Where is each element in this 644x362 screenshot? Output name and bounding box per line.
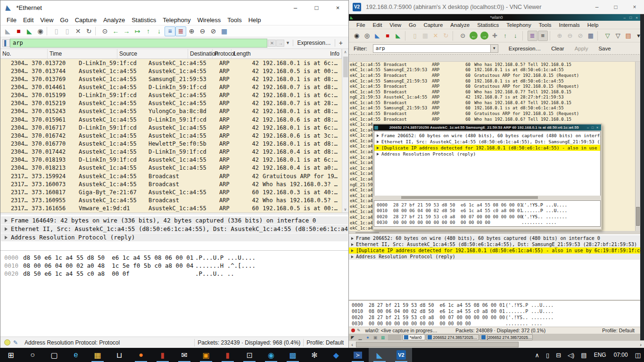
popup-detail-row[interactable]: Address Resolution Protocol (reply) bbox=[374, 151, 600, 157]
scroll-left-icon[interactable]: ‹ bbox=[349, 342, 355, 347]
close-button[interactable]: × bbox=[327, 0, 348, 15]
packet-row[interactable]: 2304…370.015199D-LinkIn_59:1f:cd Asustek… bbox=[0, 91, 342, 99]
toolbar-separator[interactable] bbox=[597, 31, 601, 41]
remote-wireshark-titlebar[interactable]: ◣ *wlan0 – □ × bbox=[349, 14, 644, 21]
remote-packet-row[interactable]: ngE_21:59:53AsustekC_1c:a4:55 ARP42 192.… bbox=[349, 94, 644, 100]
remote-filter-dropdown-icon[interactable]: ▼ bbox=[491, 44, 498, 53]
remote-taskbar-button[interactable]: *wlan0 bbox=[403, 334, 425, 340]
store-icon[interactable]: ⊔ bbox=[108, 348, 130, 362]
settings-icon[interactable]: ✻ bbox=[304, 348, 325, 362]
packet-row[interactable]: 2304…370.013720D-LinkIn_59:1f:cd Asustek… bbox=[0, 59, 342, 67]
popup-window-buttons[interactable]: – □ × bbox=[587, 126, 599, 129]
zoom-out-icon[interactable]: ⊖ bbox=[565, 31, 575, 41]
remote-taskbar-button[interactable]: 206652 274.38572025… bbox=[426, 334, 479, 340]
expand-arrow-icon[interactable] bbox=[351, 249, 354, 252]
remote-expression-button[interactable]: Expression… bbox=[509, 46, 541, 51]
open-file-icon[interactable]: ▯ bbox=[410, 31, 420, 41]
remote-packet-row[interactable]: ekC_1c:a4:55SamsungE_21:59:53 ARP60 192.… bbox=[349, 106, 644, 111]
remote-menu-item[interactable]: Edit bbox=[369, 22, 386, 28]
remote-taskbar-button[interactable]: [206652 274.38572025… bbox=[480, 334, 533, 340]
remote-edit-icon[interactable]: ✎ bbox=[357, 328, 361, 333]
capture-options-icon[interactable]: ◉ bbox=[35, 26, 46, 36]
screen-sketch-icon[interactable]: ⊡ bbox=[239, 348, 260, 362]
expression-button[interactable]: Expression… bbox=[293, 40, 334, 46]
toolbar-separator[interactable] bbox=[550, 31, 553, 41]
remote-expert-info-icon[interactable] bbox=[351, 329, 355, 332]
expand-arrow-icon[interactable] bbox=[5, 227, 8, 231]
toolbar-separator[interactable] bbox=[47, 27, 50, 35]
photos-icon[interactable]: ▩ bbox=[282, 348, 304, 362]
menu-item[interactable]: Tools bbox=[224, 16, 245, 25]
popup-horizontal-scrollbar[interactable] bbox=[374, 196, 601, 200]
packet-row[interactable]: 2304…370.013769AsustekC_1c:a4:55 Samsung… bbox=[0, 75, 342, 83]
last-packet-icon[interactable]: ↓ bbox=[511, 31, 520, 41]
save-file-icon[interactable]: ▯ bbox=[62, 26, 73, 36]
remote-scroll-thumb[interactable] bbox=[636, 207, 640, 226]
packet-row[interactable]: 2304…370.016717D-LinkIn_59:1f:cd Asustek… bbox=[0, 123, 342, 132]
vnc-horizontal-scrollbar[interactable]: ‹ › bbox=[349, 341, 644, 348]
toolbar-separator[interactable] bbox=[522, 31, 526, 41]
remote-window-buttons[interactable]: – □ × bbox=[624, 16, 639, 20]
popup-detail-row[interactable]: [Duplicate IP address detected for 192.1… bbox=[374, 145, 600, 151]
expand-arrow-icon[interactable] bbox=[351, 237, 354, 240]
task-view-icon[interactable]: ▢ bbox=[43, 348, 65, 362]
remote-menu-item[interactable]: Tools bbox=[535, 22, 555, 28]
toolbar-separator[interactable] bbox=[95, 27, 99, 35]
close-file-icon[interactable]: ✕ bbox=[73, 26, 83, 36]
packet-row[interactable]: 2304…370.013744AsustekC_1c:a4:55 Asustek… bbox=[0, 67, 342, 75]
filter-dropdown-icon[interactable]: ▼ bbox=[284, 41, 291, 45]
remote-packet-row[interactable]: ekC_1c:a4:55Broadcast ARP60 Who has 192.… bbox=[349, 100, 644, 106]
battery-icon[interactable]: ▯ bbox=[543, 352, 553, 359]
remote-app2-icon[interactable]: ▣ bbox=[372, 335, 379, 340]
reload-file-icon[interactable]: ↻ bbox=[441, 31, 451, 41]
menu-item[interactable]: Help bbox=[245, 16, 264, 25]
minimize-button[interactable]: – bbox=[285, 0, 306, 15]
scroll-down-icon[interactable]: ∨ bbox=[342, 207, 348, 212]
remote-menu-item[interactable]: File bbox=[353, 22, 369, 28]
remote-filter-input[interactable]: arp bbox=[373, 44, 491, 53]
remote-minimize-all-icon[interactable]: ▁ bbox=[356, 335, 364, 340]
colorize-toggle-icon[interactable]: ≣ bbox=[528, 31, 537, 41]
stop-capture-icon[interactable]: ■ bbox=[13, 26, 24, 36]
remote-save-button[interactable]: Save bbox=[598, 46, 611, 51]
detail-row[interactable]: Address Resolution Protocol (reply) bbox=[1, 233, 348, 241]
remote-packet-row[interactable]: ekC_1c:a4:55SamsungE_21:59:53 ARP60 192.… bbox=[349, 78, 644, 84]
maximize-button[interactable]: □ bbox=[306, 0, 327, 15]
resize-columns-icon[interactable]: ▦ bbox=[586, 31, 595, 41]
resize-columns-icon[interactable]: ▦ bbox=[219, 26, 230, 36]
filter-apply-icon[interactable]: → bbox=[276, 40, 284, 47]
remote-menu-item[interactable]: Telephony bbox=[503, 22, 535, 28]
remote-menu-item[interactable]: Analyze bbox=[446, 22, 473, 28]
expand-arrow-icon[interactable] bbox=[377, 153, 379, 156]
remote-packet-row[interactable]: ekC_1c:a4:55Broadcast ARP60 Gratuitous A… bbox=[349, 73, 644, 78]
remote-status-profile[interactable]: Profile: Default bbox=[602, 328, 635, 333]
column-header[interactable]: Length bbox=[231, 49, 328, 58]
packet-row[interactable]: 2304…370.016770AsustekC_1c:a4:55 Hewlett… bbox=[0, 140, 342, 148]
telegram-icon[interactable]: ◉ bbox=[260, 348, 282, 362]
interfaces-icon[interactable]: ◉ bbox=[352, 31, 362, 41]
toolbar-separator[interactable] bbox=[453, 31, 456, 41]
autoscroll-toggle-icon[interactable]: ≡ bbox=[538, 31, 548, 41]
packet-row[interactable]: 2304…370.015961AsustekC_1c:a4:55 D-LinkI… bbox=[0, 115, 342, 123]
remote-packet-row[interactable]: ekC_1c:a4:55Broadcast ARP60 Who has 192.… bbox=[349, 62, 644, 67]
menu-item[interactable]: File bbox=[3, 16, 20, 25]
go-back-icon[interactable]: ← bbox=[110, 26, 121, 36]
remote-menu-item[interactable]: Internals bbox=[555, 22, 584, 28]
capture-filters-icon[interactable]: ▽ bbox=[603, 31, 612, 41]
menu-item[interactable]: Telephony bbox=[159, 16, 194, 25]
restart-capture-icon[interactable]: ◣ bbox=[24, 26, 35, 36]
column-header[interactable]: No. bbox=[0, 49, 48, 58]
reload-file-icon[interactable]: ↻ bbox=[83, 26, 94, 36]
column-header[interactable]: Info bbox=[328, 49, 342, 58]
expand-arrow-icon[interactable] bbox=[377, 147, 379, 149]
remote-launcher-icon[interactable]: ◤ bbox=[349, 335, 356, 340]
defender-icon[interactable]: ◆ bbox=[325, 348, 347, 362]
first-packet-icon[interactable]: ↑ bbox=[143, 26, 154, 36]
edge-icon[interactable]: e bbox=[65, 348, 87, 362]
remote-column-header[interactable] bbox=[349, 54, 644, 62]
toolbar-separator[interactable] bbox=[405, 31, 409, 41]
display-filters-icon[interactable]: ▽ bbox=[613, 31, 623, 41]
open-file-icon[interactable]: ▯ bbox=[51, 26, 62, 36]
menu-item[interactable]: View bbox=[37, 16, 57, 25]
packet-row[interactable]: 2317…373.160955AsustekC_1c:a4:55 Broadca… bbox=[0, 196, 342, 204]
